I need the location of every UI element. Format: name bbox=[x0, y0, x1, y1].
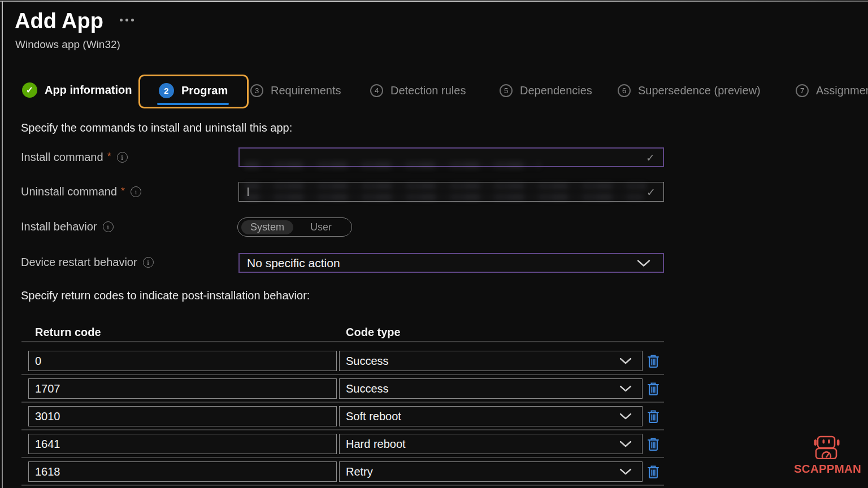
trash-icon bbox=[646, 381, 660, 396]
delete-row-button[interactable] bbox=[646, 381, 660, 398]
redacted-text bbox=[244, 162, 541, 169]
step-program[interactable]: 2 Program bbox=[159, 83, 228, 98]
return-code-input[interactable]: 1707 bbox=[28, 378, 337, 399]
step-label: App information bbox=[45, 84, 132, 97]
column-header-code-type: Code type bbox=[346, 326, 401, 339]
install-behavior-label: Install behavior i bbox=[21, 220, 114, 233]
trash-icon bbox=[646, 464, 660, 480]
info-icon[interactable]: i bbox=[131, 186, 141, 197]
redacted-text bbox=[245, 194, 643, 201]
trash-icon bbox=[646, 354, 660, 369]
more-options-icon[interactable] bbox=[120, 19, 134, 21]
code-type-value: Success bbox=[340, 382, 389, 395]
required-asterisk: * bbox=[121, 185, 125, 197]
chevron-down-icon bbox=[637, 259, 650, 267]
select-value: No specific action bbox=[240, 256, 340, 270]
delete-row-button[interactable] bbox=[646, 464, 660, 481]
trash-icon bbox=[646, 409, 660, 424]
validation-check-icon: ✓ bbox=[646, 151, 655, 164]
step-number-icon: 5 bbox=[500, 84, 513, 97]
step-number-icon: 7 bbox=[796, 84, 809, 97]
validation-check-icon: ✓ bbox=[646, 185, 656, 198]
trash-icon bbox=[646, 437, 660, 452]
step-app-information[interactable]: ✓ App information bbox=[22, 82, 132, 98]
row-separator bbox=[21, 402, 664, 403]
scappman-logo-text: SCAPPMAN bbox=[794, 462, 861, 476]
row-separator bbox=[21, 457, 664, 458]
row-separator bbox=[21, 485, 664, 486]
code-type-value: Success bbox=[340, 355, 389, 368]
install-command-label: Install command * i bbox=[21, 151, 128, 164]
chevron-down-icon bbox=[619, 441, 632, 447]
code-type-value: Hard reboot bbox=[340, 438, 406, 451]
step-number-icon: 6 bbox=[618, 84, 631, 97]
chevron-down-icon bbox=[619, 413, 632, 420]
uninstall-command-input[interactable]: ✓ bbox=[238, 182, 664, 202]
toggle-option-user[interactable]: User bbox=[293, 220, 349, 234]
scappman-robot-icon bbox=[813, 435, 840, 459]
commands-heading: Specify the commands to install and unin… bbox=[21, 121, 292, 134]
step-label: Detection rules bbox=[390, 84, 466, 97]
step-requirements[interactable]: 3 Requirements bbox=[250, 83, 341, 98]
redacted-text bbox=[245, 183, 646, 189]
step-supersedence[interactable]: 6 Supersedence (preview) bbox=[618, 83, 761, 98]
return-codes-heading: Specify return codes to indicate post-in… bbox=[21, 289, 310, 302]
return-code-input[interactable]: 1618 bbox=[28, 461, 337, 482]
return-code-value: 1618 bbox=[29, 465, 60, 478]
row-separator bbox=[21, 341, 664, 342]
return-code-input[interactable]: 3010 bbox=[28, 406, 337, 426]
row-separator bbox=[21, 374, 664, 375]
return-code-input[interactable]: 1641 bbox=[28, 434, 337, 454]
install-command-input[interactable]: ✓ bbox=[238, 147, 664, 167]
text-cursor bbox=[248, 188, 249, 196]
toggle-option-system[interactable]: System bbox=[241, 220, 293, 234]
return-code-value: 1641 bbox=[29, 438, 60, 451]
add-app-wizard: Add App Windows app (Win32) ✓ App inform… bbox=[0, 0, 868, 488]
label-text: Uninstall command bbox=[21, 185, 117, 198]
label-text: Device restart behavior bbox=[21, 256, 137, 269]
step-label: Requirements bbox=[271, 84, 341, 97]
step-label: Assignments bbox=[816, 84, 868, 97]
code-type-select[interactable]: Retry bbox=[339, 461, 643, 482]
label-text: Install behavior bbox=[21, 220, 97, 233]
code-type-select[interactable]: Soft reboot bbox=[339, 406, 643, 426]
return-code-value: 1707 bbox=[29, 382, 60, 395]
label-text: Install command bbox=[21, 151, 103, 164]
info-icon[interactable]: i bbox=[117, 152, 128, 163]
chevron-down-icon bbox=[619, 358, 632, 364]
step-number-icon: 4 bbox=[370, 84, 383, 97]
uninstall-command-label: Uninstall command * i bbox=[21, 185, 141, 198]
page-subtitle: Windows app (Win32) bbox=[15, 38, 120, 51]
required-asterisk: * bbox=[107, 151, 111, 163]
step-number-icon: 3 bbox=[250, 84, 263, 97]
chevron-down-icon bbox=[619, 385, 632, 392]
step-dependencies[interactable]: 5 Dependencies bbox=[500, 83, 592, 98]
completed-check-icon: ✓ bbox=[22, 82, 37, 98]
code-type-select[interactable]: Success bbox=[339, 351, 643, 371]
step-assignments[interactable]: 7 Assignments bbox=[796, 83, 868, 98]
step-label: Dependencies bbox=[520, 84, 592, 97]
window-top-edge bbox=[0, 1, 868, 2]
install-behavior-toggle[interactable]: System User bbox=[237, 217, 352, 237]
page-title: Add App bbox=[15, 9, 103, 33]
delete-row-button[interactable] bbox=[646, 354, 660, 371]
code-type-select[interactable]: Hard reboot bbox=[339, 434, 643, 454]
step-label: Program bbox=[181, 84, 228, 97]
code-type-select[interactable]: Success bbox=[339, 378, 643, 399]
code-type-value: Soft reboot bbox=[340, 410, 401, 423]
return-code-value: 0 bbox=[29, 355, 41, 368]
step-number-icon: 2 bbox=[159, 83, 174, 98]
info-icon[interactable]: i bbox=[103, 221, 114, 232]
step-label: Supersedence (preview) bbox=[638, 84, 761, 97]
column-header-return-code: Return code bbox=[35, 326, 101, 339]
delete-row-button[interactable] bbox=[646, 409, 660, 426]
device-restart-behavior-label: Device restart behavior i bbox=[21, 256, 154, 269]
info-icon[interactable]: i bbox=[143, 257, 154, 268]
device-restart-behavior-select[interactable]: No specific action bbox=[238, 253, 664, 273]
row-separator bbox=[21, 429, 664, 430]
window-left-edge bbox=[2, 1, 3, 488]
delete-row-button[interactable] bbox=[646, 437, 660, 454]
step-detection-rules[interactable]: 4 Detection rules bbox=[370, 83, 466, 98]
return-code-input[interactable]: 0 bbox=[28, 351, 337, 371]
chevron-down-icon bbox=[619, 468, 632, 475]
